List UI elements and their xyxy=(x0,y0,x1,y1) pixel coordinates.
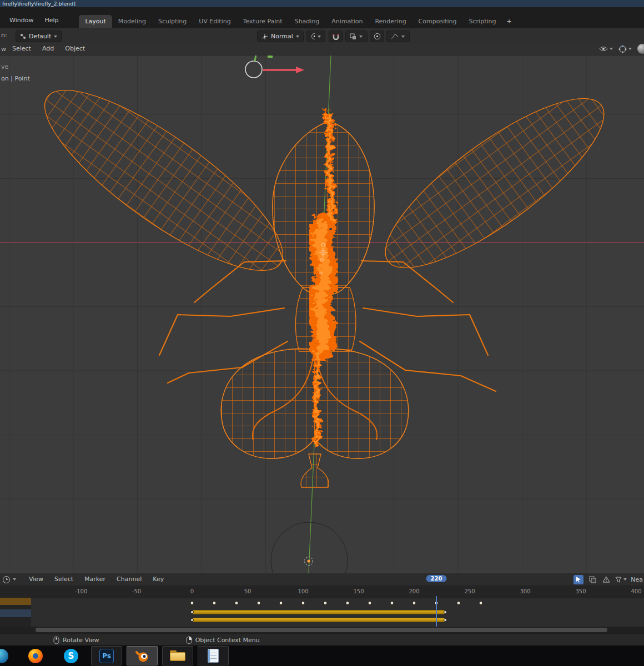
taskbar-photoshop-button[interactable]: Ps xyxy=(91,646,122,665)
viewport-menu-cut[interactable]: w xyxy=(0,46,6,53)
proportional-editing-icon xyxy=(374,33,381,40)
ruler-frame-50: 50 xyxy=(244,588,251,594)
timeline-scrollbar-thumb[interactable] xyxy=(36,628,607,632)
ruler-frame-300: 300 xyxy=(520,588,530,594)
channel-bar-1[interactable] xyxy=(192,618,445,622)
taskbar-explorer-button[interactable] xyxy=(162,646,193,665)
timeline-menu-key[interactable]: Key xyxy=(148,573,169,586)
workspace-tab-compositing[interactable]: Compositing xyxy=(412,15,463,28)
gizmo-x-arrowhead[interactable] xyxy=(296,67,304,73)
proportional-editing-toggle[interactable] xyxy=(370,31,384,42)
workspace-tab-texture-paint[interactable]: Texture Paint xyxy=(237,15,289,28)
keyframe-80[interactable] xyxy=(279,601,283,605)
timeline-ruler[interactable]: -100-50050100150200250300350400 xyxy=(0,586,644,598)
editor-type-dropdown[interactable] xyxy=(0,576,19,584)
workspace-tab-scripting[interactable]: Scripting xyxy=(463,15,502,28)
snap-target-dropdown[interactable] xyxy=(345,31,368,42)
channel-bar-key[interactable] xyxy=(444,610,447,614)
keyframe-200[interactable] xyxy=(412,601,416,605)
tail-mesh[interactable] xyxy=(301,454,329,487)
channel-bar-key[interactable] xyxy=(444,618,447,622)
show-errors-toggle[interactable] xyxy=(601,575,611,584)
workspace-tab-layout[interactable]: Layout xyxy=(79,15,112,28)
channel-bar-key[interactable] xyxy=(190,618,194,622)
keyframe-100[interactable] xyxy=(301,601,305,605)
keyframe-260[interactable] xyxy=(479,601,483,605)
timeline-scrollbar[interactable] xyxy=(0,627,644,633)
add-workspace-button[interactable]: + xyxy=(502,15,516,28)
ruler-frame-350: 350 xyxy=(575,588,586,594)
timeline-menu-marker[interactable]: Marker xyxy=(79,573,110,586)
keyframe-140[interactable] xyxy=(346,601,350,605)
edge-app-icon[interactable] xyxy=(0,649,8,663)
taskbar-firefox-button[interactable] xyxy=(20,646,51,665)
channel-row-3[interactable] xyxy=(0,617,31,627)
topbar-menus: WindowHelp xyxy=(0,14,69,28)
window-titlebar[interactable]: firefly\firefly\firefly_2.blend] xyxy=(0,0,644,7)
timeline-key-area[interactable] xyxy=(0,598,644,627)
viewport-shading-sphere[interactable] xyxy=(637,44,644,54)
timeline-menu-view[interactable]: View xyxy=(24,573,48,586)
workspace-tab-rendering[interactable]: Rendering xyxy=(369,15,412,28)
channel-row-2[interactable] xyxy=(0,609,31,617)
photoshop-icon: Ps xyxy=(99,649,114,663)
channel-row-0[interactable] xyxy=(0,598,31,605)
keyframe-240[interactable] xyxy=(457,601,461,605)
workspace-tab-animation[interactable]: Animation xyxy=(325,15,369,28)
only-selected-toggle[interactable] xyxy=(573,575,583,584)
channel-row-1[interactable] xyxy=(0,605,31,609)
snap-dropdown-cut[interactable]: Nea xyxy=(631,576,643,583)
point-light[interactable] xyxy=(305,557,313,566)
pivot-point-dropdown[interactable] xyxy=(306,31,325,42)
gizmos-dropdown[interactable] xyxy=(618,45,632,53)
transform-orientation-dropdown[interactable]: Normal xyxy=(257,31,304,42)
keyframe-0[interactable] xyxy=(190,601,194,605)
timeline-menu-channel[interactable]: Channel xyxy=(112,573,147,586)
viewport-canvas[interactable] xyxy=(0,43,644,573)
insect-wireframe[interactable] xyxy=(23,63,625,487)
keyframe-180[interactable] xyxy=(390,601,394,605)
pivot-point-icon xyxy=(311,33,315,40)
channel-bar-key[interactable] xyxy=(190,610,194,614)
ruler-frame-250: 250 xyxy=(464,588,475,594)
mouse-middle-icon xyxy=(53,636,59,644)
preset-icon xyxy=(20,33,26,39)
snap-toggle[interactable] xyxy=(329,31,343,42)
keyframe-120[interactable] xyxy=(324,601,328,605)
show-hidden-toggle[interactable] xyxy=(587,575,597,584)
workspace-tab-uv-editing[interactable]: UV Editing xyxy=(193,15,237,28)
keyframe-160[interactable] xyxy=(368,601,372,605)
timeline-channel-column[interactable] xyxy=(0,598,31,627)
taskbar-skype-button[interactable]: S xyxy=(56,646,87,665)
current-frame-indicator[interactable]: 220 xyxy=(426,575,447,582)
viewport-menu-select[interactable]: Select xyxy=(7,43,36,55)
left-wing[interactable] xyxy=(23,63,305,298)
timeline-editor[interactable]: ViewSelectMarkerChannelKey Nea -100-5005… xyxy=(0,573,644,633)
filter-dropdown[interactable] xyxy=(615,577,627,583)
tool-settings-bar: n: Default Normal xyxy=(0,28,644,43)
object-visibility-dropdown[interactable] xyxy=(599,46,613,52)
workspace-tab-shading[interactable]: Shading xyxy=(289,15,326,28)
viewport-menu-add[interactable]: Add xyxy=(37,43,59,55)
viewport-3d[interactable]: w SelectAddObject ve on | Point xyxy=(0,43,644,573)
workspace-tab-sculpting[interactable]: Sculpting xyxy=(152,15,193,28)
viewport-overlay-text: ve on | Point xyxy=(1,61,30,84)
keyframe-60[interactable] xyxy=(257,601,261,605)
keyframe-40[interactable] xyxy=(235,601,239,605)
falloff-dropdown[interactable] xyxy=(386,31,410,42)
keyframe-20[interactable] xyxy=(213,601,217,605)
taskbar-notes-button[interactable] xyxy=(198,646,229,665)
overlay-view-label: ve xyxy=(1,61,30,73)
channel-bar-0[interactable] xyxy=(192,610,445,614)
windows-taskbar: S Ps xyxy=(0,645,644,666)
taskbar-blender-button[interactable] xyxy=(127,646,158,665)
menu-window[interactable]: Window xyxy=(4,14,38,27)
timeline-menu-select[interactable]: Select xyxy=(49,573,78,586)
menu-help[interactable]: Help xyxy=(39,14,63,27)
magnet-icon xyxy=(333,33,339,40)
gizmo-center-ring[interactable] xyxy=(245,61,262,78)
workspace-tab-modeling[interactable]: Modeling xyxy=(112,15,152,28)
viewport-menu-object[interactable]: Object xyxy=(60,43,90,55)
playhead-line[interactable] xyxy=(436,596,437,627)
preset-dropdown[interactable]: Default xyxy=(16,31,62,42)
